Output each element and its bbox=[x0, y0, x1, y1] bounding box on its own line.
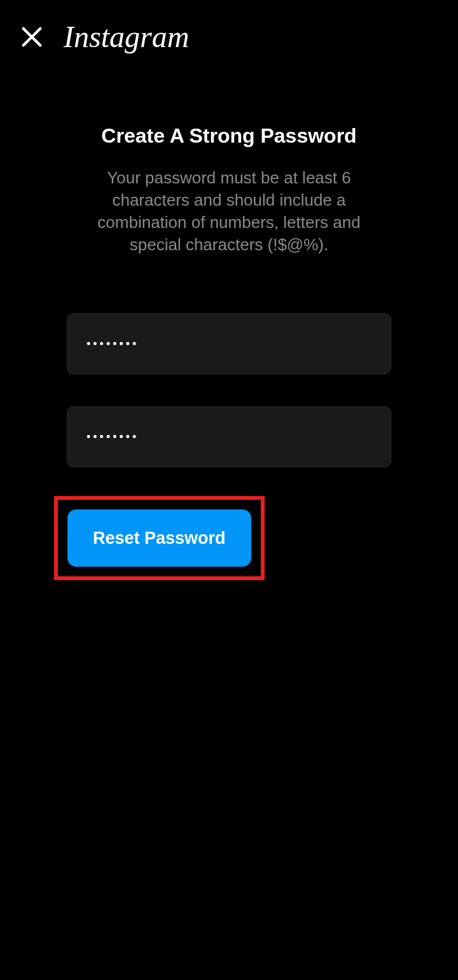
main-content: Create A Strong Password Your password m… bbox=[0, 124, 458, 580]
reset-password-button[interactable]: Reset Password bbox=[67, 509, 251, 567]
close-icon[interactable] bbox=[19, 24, 45, 50]
password-requirements-text: Your password must be at least 6 charact… bbox=[67, 167, 391, 256]
new-password-input[interactable] bbox=[67, 313, 391, 374]
highlight-annotation: Reset Password bbox=[54, 496, 265, 580]
button-row: Reset Password bbox=[67, 499, 391, 580]
instagram-logo: Instagram bbox=[64, 19, 189, 54]
confirm-password-input[interactable] bbox=[67, 406, 391, 467]
header: Instagram bbox=[0, 0, 458, 73]
page-title: Create A Strong Password bbox=[67, 124, 391, 148]
